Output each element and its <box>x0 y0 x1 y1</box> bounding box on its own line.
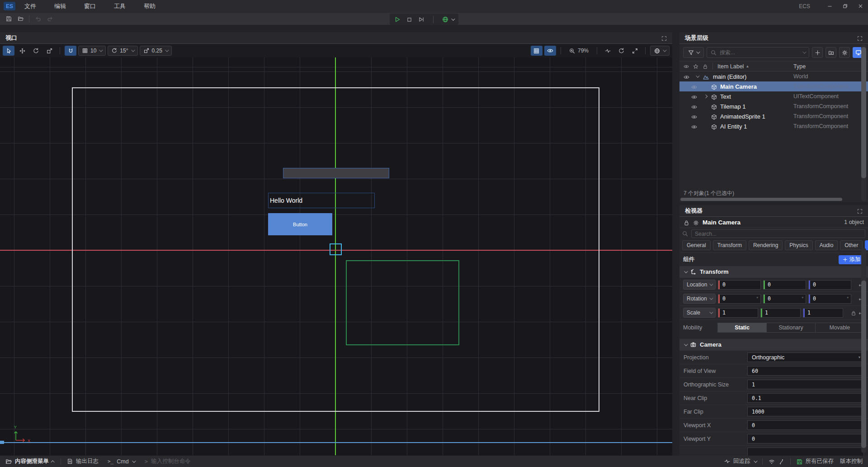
mobility-static[interactable]: Static <box>718 323 766 332</box>
undo-button[interactable] <box>32 14 44 24</box>
mobility-movable[interactable]: Movable <box>815 323 864 332</box>
move-tool-button[interactable] <box>16 46 28 56</box>
filter-dropdown[interactable] <box>683 47 704 58</box>
hierarchy-search-input[interactable] <box>720 49 799 56</box>
menu-file[interactable]: 文件 <box>15 0 45 12</box>
show-grid-button[interactable] <box>531 46 542 56</box>
entity-bounds-rect[interactable] <box>346 260 459 345</box>
rotation-y-field[interactable]: 0° <box>763 294 806 304</box>
minimize-button[interactable] <box>822 0 837 12</box>
tab-physics[interactable]: Physics <box>785 240 812 250</box>
scale-snap-dropdown[interactable]: 0.25 <box>140 46 172 56</box>
hierarchy-horizontal-scrollbar[interactable] <box>680 198 842 201</box>
visibility-eye-icon[interactable] <box>691 93 697 100</box>
lock-icon[interactable] <box>684 219 689 225</box>
orthographic-size-input[interactable]: 1 <box>747 380 864 389</box>
route-icon[interactable] <box>778 458 784 464</box>
inspector-search-input[interactable] <box>695 231 862 237</box>
ui-button-object[interactable]: Button <box>268 213 332 235</box>
menu-tools[interactable]: 工具 <box>105 0 135 12</box>
type-column[interactable]: Type <box>793 63 806 70</box>
grid-snap-dropdown[interactable]: 10 <box>78 46 106 56</box>
mobility-stationary[interactable]: Stationary <box>766 323 815 332</box>
zoom-level-display[interactable]: 79% <box>566 48 592 54</box>
save-status[interactable]: 所有已保存 <box>797 457 834 465</box>
rotation-x-field[interactable]: 0° <box>718 294 761 304</box>
hierarchy-row-text[interactable]: Text UITextComponent <box>679 91 868 101</box>
inspector-scrollbar-thumb[interactable] <box>861 281 866 448</box>
tab-general[interactable]: General <box>682 240 711 250</box>
menu-edit[interactable]: 编辑 <box>45 0 75 12</box>
scale-z-field[interactable]: 1 <box>803 308 843 318</box>
hierarchy-row-tilemap[interactable]: Tilemap 1 TransformComponent <box>679 101 868 111</box>
visibility-eye-icon[interactable] <box>691 103 697 110</box>
rotation-z-field[interactable]: 0° <box>808 294 851 304</box>
sort-ascending-icon[interactable]: ▲ <box>745 64 749 68</box>
rotation-dropdown[interactable]: Rotation <box>683 294 716 304</box>
hierarchy-row-ai-entity[interactable]: AI Entity 1 TransformComponent <box>679 121 868 131</box>
hierarchy-search[interactable] <box>707 47 809 58</box>
scale-y-field[interactable]: 1 <box>760 308 801 318</box>
fit-view-button[interactable] <box>629 46 641 56</box>
rotate-snap-dropdown[interactable]: 15° <box>108 46 137 56</box>
location-z-field[interactable]: 0 <box>808 280 851 290</box>
field-of-view-input[interactable]: 60 <box>747 366 864 376</box>
location-dropdown[interactable]: Location <box>683 280 716 290</box>
visibility-button[interactable] <box>544 46 556 56</box>
visibility-eye-icon[interactable] <box>691 83 697 90</box>
add-entity-button[interactable] <box>812 47 823 58</box>
location-y-field[interactable]: 0 <box>763 280 806 290</box>
reset-view-button[interactable] <box>615 46 627 56</box>
selection-marker[interactable] <box>330 243 342 255</box>
hierarchy-expand-icon[interactable] <box>857 34 863 41</box>
new-folder-button[interactable] <box>826 47 836 58</box>
scale-tool-button[interactable] <box>43 46 55 56</box>
tab-audio[interactable]: Audio <box>815 240 838 250</box>
cmd-dropdown[interactable]: >_ Cmd <box>108 458 135 465</box>
visibility-eye-icon[interactable] <box>691 113 697 119</box>
star-column-icon[interactable] <box>693 63 698 70</box>
world-dropdown[interactable] <box>650 46 670 56</box>
select-tool-button[interactable] <box>3 46 14 56</box>
menu-help[interactable]: 帮助 <box>135 0 165 12</box>
output-log-button[interactable]: 输出日志 <box>67 457 99 465</box>
hierarchy-settings-button[interactable] <box>839 47 850 58</box>
console-command-input[interactable]: > 输入控制台命令 <box>145 457 191 465</box>
scene-canvas[interactable]: Hello World Button Y X <box>0 57 672 455</box>
scale-dropdown[interactable]: Scale <box>683 308 716 318</box>
stop-button[interactable] <box>406 16 412 23</box>
inspector-expand-icon[interactable] <box>857 207 863 214</box>
content-drawer-button[interactable]: 内容侧滑菜单 <box>5 457 55 465</box>
chevron-right-icon[interactable] <box>704 95 708 98</box>
step-button[interactable] <box>418 16 425 23</box>
visibility-eye-icon[interactable] <box>691 123 697 129</box>
hierarchy-scrollbar-thumb[interactable] <box>861 47 866 178</box>
hierarchy-row-main[interactable]: main (Editor) World <box>679 71 868 81</box>
stats-button[interactable] <box>602 46 613 56</box>
lock-column-icon[interactable] <box>703 63 708 70</box>
projection-select[interactable]: Orthographic▾ <box>747 353 864 362</box>
rotate-tool-button[interactable] <box>30 46 42 56</box>
near-clip-input[interactable]: 0.1 <box>747 393 864 403</box>
item-label-column[interactable]: Item Label <box>717 63 744 70</box>
hierarchy-row-main-camera[interactable]: Main Camera TransformComponent <box>679 81 868 91</box>
inspector-scrollbar-track[interactable] <box>861 248 866 453</box>
text-object[interactable]: Hello World <box>268 193 375 208</box>
version-control-button[interactable]: 版本控制 <box>840 457 863 465</box>
visibility-eye-icon[interactable] <box>684 73 689 80</box>
trace-dropdown[interactable]: 回追踪 <box>724 457 756 465</box>
hierarchy-scrollbar-track[interactable] <box>861 44 866 201</box>
tab-other[interactable]: Other <box>840 240 863 250</box>
play-button[interactable] <box>394 16 401 23</box>
app-logo[interactable]: ES <box>4 2 15 10</box>
close-button[interactable] <box>853 0 868 12</box>
hierarchy-row-animatedsprite[interactable]: AnimatedSprite 1 TransformComponent <box>679 111 868 121</box>
uniform-scale-lock-icon[interactable] <box>851 310 856 316</box>
far-clip-input[interactable]: 1000 <box>747 407 864 416</box>
chevron-down-icon[interactable] <box>696 74 699 77</box>
scale-x-field[interactable]: 1 <box>718 308 758 318</box>
viewport-expand-icon[interactable] <box>661 34 667 41</box>
open-folder-button[interactable] <box>14 14 26 24</box>
tab-transform[interactable]: Transform <box>713 240 746 250</box>
tab-rendering[interactable]: Rendering <box>749 240 783 250</box>
